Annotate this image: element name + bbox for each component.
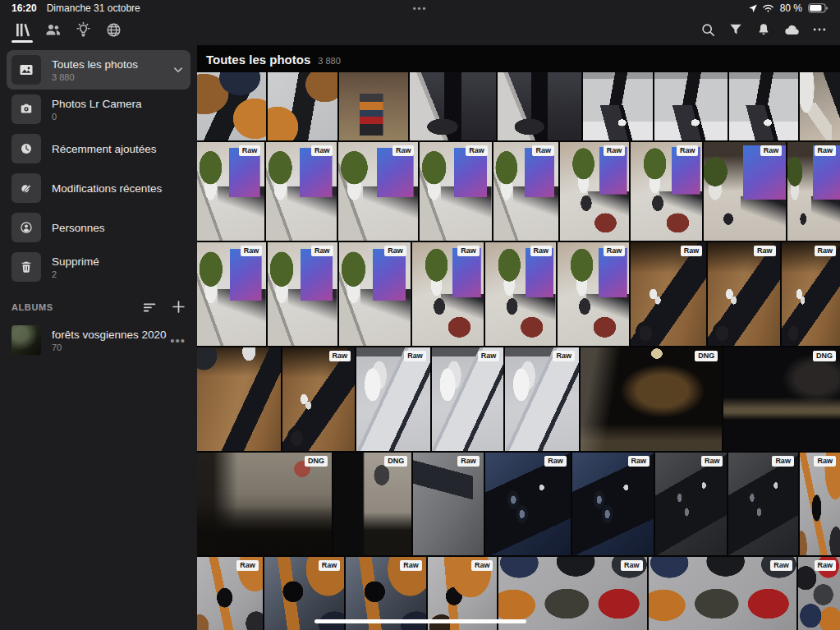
photo-thumbnail[interactable]: DNG [723,347,840,451]
photo-thumbnail[interactable]: Raw [485,242,556,346]
file-format-badge: Raw [681,246,703,256]
home-indicator[interactable] [314,619,526,623]
album-item-forets-vosgiennes[interactable]: forêts vosgiennes 2020 70 ••• [7,325,190,355]
sidebar-item-label: Récemment ajoutées [52,143,157,155]
sidebar-item-people[interactable]: Personnes [7,208,190,247]
photo-thumbnail[interactable]: Raw [412,242,484,346]
photo-thumbnail[interactable]: Raw [708,242,779,346]
photo-thumbnail[interactable]: Raw [356,347,430,451]
file-format-badge: Raw [329,351,351,361]
photo-thumbnail[interactable]: Raw [197,557,263,630]
sidebar-item-lr-camera[interactable]: Photos Lr Camera 0 [7,90,190,129]
photo-thumbnail[interactable]: Raw [339,242,411,346]
chevron-down-icon[interactable] [171,62,186,77]
photo-thumbnail[interactable]: Raw [798,557,840,630]
file-format-badge: Raw [392,145,415,156]
tab-library[interactable] [10,14,34,45]
photo-thumbnail[interactable]: Raw [800,453,840,555]
photo-thumbnail[interactable] [197,72,266,140]
file-format-badge: Raw [400,560,422,571]
sidebar-item-deleted[interactable]: Supprimé 2 [7,247,190,287]
photo-thumbnail[interactable]: Raw [420,142,491,241]
sidebar-item-recently-added[interactable]: Récemment ajoutées [7,129,190,168]
sort-icon[interactable] [143,301,158,314]
battery-icon [808,3,829,13]
photo-thumbnail[interactable]: Raw [266,142,337,241]
file-format-badge: Raw [239,145,261,156]
file-format-badge: Raw [478,351,500,361]
photo-thumbnail[interactable] [800,72,840,140]
photo-thumbnail[interactable]: Raw [197,142,264,241]
photo-thumbnail[interactable]: DNG [197,453,332,555]
photo-thumbnail[interactable]: Raw [432,347,504,451]
photo-thumbnail[interactable]: Raw [282,347,355,451]
photo-thumbnail[interactable]: Raw [493,142,558,241]
photo-thumbnail[interactable] [339,72,408,140]
photo-thumbnail[interactable]: Raw [413,453,483,555]
cloud-icon [783,21,801,39]
file-format-badge: Raw [628,456,650,467]
photo-thumbnail[interactable]: Raw [505,347,579,451]
photo-thumbnail[interactable]: Raw [704,142,786,241]
photo-thumbnail[interactable]: Raw [560,142,629,241]
photo-thumbnail[interactable]: Raw [197,242,266,346]
album-more-icon[interactable]: ••• [170,333,186,347]
sidebar-item-label: Personnes [52,222,105,234]
people-icon [44,21,62,39]
sync-button[interactable] [781,17,802,42]
photo-thumbnail[interactable] [498,72,582,140]
tab-learn[interactable] [71,14,95,45]
camera-icon [11,94,41,124]
file-format-badge: Raw [530,246,553,256]
search-button[interactable] [697,17,718,42]
file-format-badge: Raw [404,351,426,361]
file-format-badge: Raw [770,560,792,571]
file-format-badge: Raw [311,246,333,256]
photo-thumbnail[interactable]: Raw [268,242,337,346]
photo-thumbnail[interactable]: Raw [558,242,629,346]
photo-thumbnail[interactable]: Raw [485,453,571,555]
photo-row: DNGDNGRawRawRawRawRawRaw [197,453,840,555]
photo-thumbnail[interactable] [197,347,281,451]
photo-thumbnail[interactable]: DNG [333,453,411,555]
filter-button[interactable] [725,17,746,42]
sidebar-item-label: Modifications récentes [52,182,162,195]
photo-thumbnail[interactable]: Raw [338,142,418,241]
notifications-button[interactable] [753,17,774,42]
file-format-badge: Raw [815,560,837,571]
photo-thumbnail[interactable] [654,72,728,140]
photo-thumbnail[interactable]: Raw [631,242,706,346]
lightroom-app: 16:20 Dimanche 31 octobre ••• 80 % [0,0,840,630]
photo-thumbnail[interactable]: Raw [728,453,797,555]
file-format-badge: Raw [604,145,626,156]
file-format-badge: Raw [815,246,837,256]
file-format-badge: Raw [553,351,575,361]
library-icon [13,21,32,39]
photo-thumbnail[interactable] [268,72,337,140]
sidebar-item-recent-edits[interactable]: Modifications récentes [7,168,190,208]
status-bar: 16:20 Dimanche 31 octobre ••• 80 % [0,0,840,14]
photo-thumbnail[interactable]: DNG [581,347,722,451]
tab-discover[interactable] [101,14,126,45]
photos-icon [11,55,41,85]
photo-thumbnail[interactable]: Raw [572,453,654,555]
multitask-dots[interactable]: ••• [0,3,840,13]
album-thumbnail [11,325,41,355]
photo-thumbnail[interactable]: Raw [631,142,702,241]
photo-thumbnail[interactable]: Raw [782,242,840,346]
more-button[interactable] [809,17,830,42]
photo-thumbnail[interactable] [410,72,496,140]
photo-thumbnail[interactable]: Raw [787,142,840,241]
photo-thumbnail[interactable]: Raw [655,453,727,555]
file-format-badge: Raw [760,145,783,156]
module-tabs [10,14,126,45]
file-format-badge: Raw [621,560,643,571]
main-header: Toutes les photos 3 880 [197,45,840,72]
person-circle-icon [11,213,41,242]
photo-thumbnail[interactable] [583,72,652,140]
plus-icon[interactable] [172,300,186,314]
tab-people[interactable] [40,14,65,45]
photo-thumbnail[interactable]: Raw [649,557,796,630]
sidebar-item-all-photos[interactable]: Toutes les photos 3 880 [7,50,190,90]
photo-thumbnail[interactable] [729,72,798,140]
